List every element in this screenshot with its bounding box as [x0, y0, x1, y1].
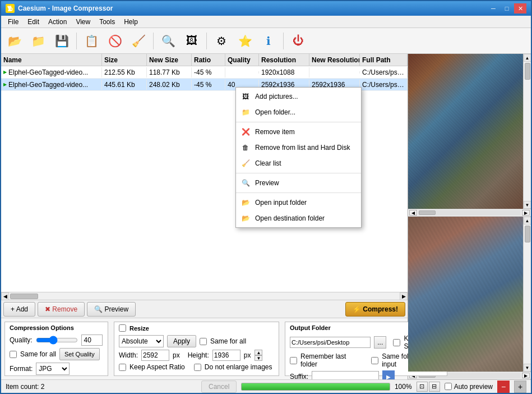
format-select[interactable]: JPG PNG BMP: [36, 363, 70, 375]
height-down-btn[interactable]: ▼: [255, 355, 262, 361]
table-row[interactable]: ▶ Elphel-GeoTagged-video... 212.55 Kb 11…: [1, 66, 408, 79]
remove-btn[interactable]: 🚫: [104, 30, 126, 52]
suffix-input[interactable]: [312, 371, 379, 379]
preview-top-vscroll[interactable]: ▲ ▼: [523, 54, 531, 209]
auto-preview-toggle: Auto preview: [445, 383, 493, 391]
height-up-btn[interactable]: ▲: [255, 350, 262, 355]
format-label: Format:: [10, 365, 33, 373]
close-button[interactable]: ✕: [514, 3, 526, 13]
ctx-open-dest-label: Open destination folder: [255, 214, 325, 222]
vscroll2-up-btn[interactable]: ▲: [524, 217, 531, 225]
hscroll-right-btn[interactable]: ▶: [522, 210, 530, 216]
ctx-add-pictures-label: Add pictures...: [255, 93, 298, 100]
height-label: Height:: [188, 351, 209, 359]
set-quality-button[interactable]: Set Quality: [59, 348, 100, 360]
preview-button[interactable]: 🔍 Preview: [87, 302, 136, 317]
hscroll-thumb[interactable]: [419, 210, 436, 215]
clear-btn[interactable]: 🧹: [127, 30, 150, 52]
vscroll-thumb[interactable]: [525, 63, 530, 80]
status-close-btn[interactable]: −: [497, 381, 510, 393]
same-as-input-cb[interactable]: [371, 357, 378, 364]
ctx-preview[interactable]: 🔍 Preview: [236, 175, 361, 191]
apply-button[interactable]: Apply: [167, 335, 196, 347]
save-btn[interactable]: 💾: [50, 30, 73, 52]
compression-options: Compression Options Quality: Same for al…: [4, 322, 108, 376]
remove-button[interactable]: ✖ Remove: [38, 302, 85, 317]
file-new-resolution-1: [309, 71, 360, 74]
quality-input[interactable]: [81, 335, 103, 346]
vscroll-down-btn[interactable]: ▼: [524, 201, 531, 209]
hscroll2-right-btn[interactable]: ▶: [522, 373, 530, 378]
browse-button[interactable]: ...: [374, 336, 386, 349]
ctx-remove-item[interactable]: ❌ Remove item: [236, 124, 361, 140]
resize-checkbox[interactable]: [119, 324, 126, 332]
keep-aspect-cb[interactable]: [119, 364, 126, 371]
restore-button[interactable]: □: [501, 3, 513, 13]
col-resolution[interactable]: Resolution: [259, 54, 309, 66]
info-btn[interactable]: ℹ: [257, 30, 280, 52]
cancel-button[interactable]: Cancel: [201, 381, 237, 393]
open-folder-btn[interactable]: 📁: [27, 30, 49, 52]
ctx-open-folder[interactable]: 📁 Open folder...: [236, 104, 361, 120]
zoom-fit-btn[interactable]: ⊡: [417, 382, 428, 392]
resize-same-for-all-cb[interactable]: [200, 338, 207, 345]
update-btn[interactable]: ⭐: [234, 30, 256, 52]
ctx-open-input[interactable]: 📂 Open input folder: [236, 195, 361, 210]
width-input[interactable]: [141, 350, 169, 361]
keep-structure-cb[interactable]: [393, 339, 400, 346]
col-name[interactable]: Name: [1, 54, 102, 66]
quality-slider[interactable]: [36, 336, 78, 345]
no-enlarge-cb[interactable]: [194, 364, 201, 371]
scroll-right-btn[interactable]: ▶: [400, 292, 408, 300]
ctx-clear-list[interactable]: 🧹 Clear list: [236, 155, 361, 171]
scroll-thumb-h[interactable]: [10, 294, 38, 299]
quality-label: Quality:: [10, 336, 33, 344]
menu-action[interactable]: Action: [44, 17, 71, 27]
hscroll-left-btn[interactable]: ◀: [409, 210, 417, 216]
file-size-1: 212.55 Kb: [102, 67, 147, 77]
col-size[interactable]: Size: [102, 54, 147, 66]
search-btn[interactable]: 🔍: [157, 30, 179, 52]
compress-button[interactable]: ⚡ Compress!: [345, 302, 405, 317]
vscroll2-down-btn[interactable]: ▼: [524, 364, 531, 372]
vscroll-track: [524, 62, 531, 201]
minimize-button[interactable]: ─: [487, 3, 499, 13]
menu-file[interactable]: File: [3, 17, 23, 27]
remember-folder-cb[interactable]: [290, 357, 297, 364]
menu-view[interactable]: View: [71, 17, 95, 27]
menu-help[interactable]: Help: [119, 17, 142, 27]
ctx-add-pictures[interactable]: 🖼 Add pictures...: [236, 89, 361, 104]
col-quality[interactable]: Quality: [225, 54, 259, 66]
vscroll-up-btn[interactable]: ▲: [524, 54, 531, 62]
ctx-remove-hard[interactable]: 🗑 Remove from list and Hard Disk: [236, 140, 361, 155]
horizontal-scrollbar[interactable]: ◀ ▶: [1, 292, 408, 300]
open-file-btn[interactable]: 📂: [3, 30, 26, 52]
col-full-path[interactable]: Full Path: [360, 54, 408, 66]
ctx-open-dest[interactable]: 📂 Open destination folder: [236, 210, 361, 226]
resize-type-select[interactable]: Absolute Percentage Width Height: [119, 335, 164, 347]
resize-options: Resize Absolute Percentage Width Height …: [114, 322, 279, 376]
exit-btn[interactable]: ⏻: [287, 30, 309, 52]
auto-preview-checkbox[interactable]: [445, 383, 452, 390]
menu-edit[interactable]: Edit: [23, 17, 44, 27]
preview-img-btn[interactable]: 🖼: [181, 30, 203, 52]
scroll-left-btn[interactable]: ◀: [1, 292, 9, 300]
col-new-resolution[interactable]: New Resolution: [309, 54, 360, 66]
preview-bottom-vscroll[interactable]: ▲ ▼: [523, 217, 531, 372]
col-ratio[interactable]: Ratio: [192, 54, 225, 66]
suffix-action-btn[interactable]: ▶: [382, 370, 395, 379]
height-input[interactable]: [212, 350, 240, 361]
vscroll2-thumb[interactable]: [525, 226, 530, 242]
keep-aspect-label: Keep Aspect Ratio: [129, 363, 185, 371]
output-path-input[interactable]: [290, 337, 371, 348]
same-for-all-checkbox[interactable]: [10, 351, 17, 358]
no-enlarge-label: Do not enlarge images: [205, 363, 272, 371]
menu-tools[interactable]: Tools: [95, 17, 119, 27]
app-title: Caesium - Image Compressor: [18, 4, 113, 12]
settings-btn[interactable]: ⚙: [210, 30, 233, 52]
col-new-size[interactable]: New Size: [147, 54, 192, 66]
add-button[interactable]: + Add: [3, 302, 35, 317]
import-btn[interactable]: 📋: [80, 30, 103, 52]
status-action-btn[interactable]: +: [514, 381, 526, 393]
zoom-actual-btn[interactable]: ⊟: [429, 382, 440, 392]
